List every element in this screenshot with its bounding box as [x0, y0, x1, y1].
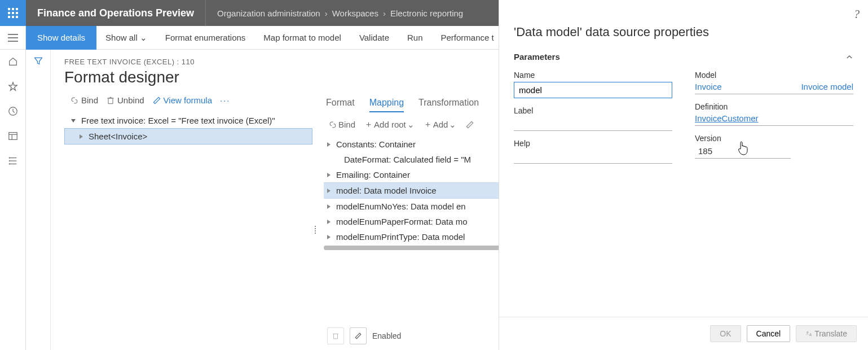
svg-rect-8	[16, 16, 18, 18]
show-details-button[interactable]: Show details	[26, 26, 96, 50]
caret-right-icon	[327, 220, 331, 224]
svg-point-19	[9, 158, 10, 158]
model-label: Model	[695, 71, 853, 80]
delete-icon[interactable]	[327, 327, 344, 344]
app-launcher-icon[interactable]	[0, 0, 26, 26]
label-input[interactable]	[514, 117, 672, 131]
tree-root-item[interactable]: Free text invoice: Excel = "Free text in…	[64, 113, 312, 128]
home-icon[interactable]	[7, 55, 19, 68]
ok-button[interactable]: OK	[710, 325, 741, 342]
caret-down-icon	[71, 119, 76, 123]
chevron-up-icon	[845, 53, 853, 61]
tree-child-item[interactable]: Sheet<Invoice>	[64, 128, 312, 145]
bind-button[interactable]: Bind	[326, 119, 358, 130]
data-source-label: DateFormat: Calculated field = "M	[344, 155, 471, 164]
performance-button[interactable]: Performance t	[432, 26, 503, 50]
breadcrumb-item[interactable]: Electronic reporting	[390, 8, 463, 18]
caret-right-icon	[327, 204, 331, 209]
svg-rect-13	[8, 133, 16, 140]
cancel-button[interactable]: Cancel	[747, 325, 791, 342]
translate-icon	[805, 330, 812, 337]
svg-rect-7	[12, 16, 14, 18]
definition-link[interactable]: InvoiceCustomer	[695, 113, 759, 123]
chevron-down-icon: ⌄	[407, 120, 415, 130]
splitter-handle[interactable]	[312, 226, 318, 234]
breadcrumb: Organization administration › Workspaces…	[206, 8, 474, 18]
label-label: Label	[514, 106, 672, 115]
enabled-label: Enabled	[372, 331, 401, 340]
name-input[interactable]	[514, 82, 672, 98]
svg-point-20	[9, 161, 10, 161]
breadcrumb-item[interactable]: Organization administration	[217, 8, 320, 18]
validate-button[interactable]: Validate	[350, 26, 398, 50]
caret-right-icon	[327, 189, 331, 193]
hamburger-icon[interactable]	[0, 26, 26, 50]
name-label: Name	[514, 71, 672, 80]
translate-button[interactable]: Translate	[796, 325, 857, 342]
help-input[interactable]	[514, 150, 672, 164]
map-format-button[interactable]: Map format to model	[254, 26, 350, 50]
tab-transformations[interactable]: Transformation	[418, 94, 479, 112]
tab-format[interactable]: Format	[326, 94, 355, 112]
caret-right-icon	[327, 142, 331, 147]
breadcrumb-item[interactable]: Workspaces	[332, 8, 378, 18]
svg-rect-2	[16, 8, 18, 10]
svg-rect-22	[108, 98, 113, 104]
app-title: Finance and Operations Preview	[26, 0, 206, 26]
svg-rect-1	[12, 8, 14, 10]
add-root-button[interactable]: ＋Add root⌄	[362, 118, 417, 131]
edit-icon[interactable]	[463, 119, 477, 130]
recent-icon[interactable]	[7, 105, 19, 117]
data-source-label: modelEnumPrintType: Data model	[336, 232, 465, 242]
unbind-button[interactable]: Unbind	[104, 94, 147, 106]
svg-rect-4	[12, 12, 14, 14]
version-label: Version	[695, 134, 853, 143]
definition-label: Definition	[695, 102, 853, 111]
caret-right-icon	[327, 173, 331, 177]
show-all-button[interactable]: Show all⌄	[96, 26, 156, 50]
chevron-down-icon: ⌄	[449, 120, 456, 130]
svg-rect-0	[8, 8, 10, 10]
more-actions-icon[interactable]: ···	[218, 94, 233, 106]
version-value: 185	[695, 145, 791, 159]
format-enumerations-button[interactable]: Format enumerations	[156, 26, 255, 50]
chevron-right-icon: ›	[383, 8, 386, 18]
data-source-label: Emailing: Container	[336, 170, 410, 180]
svg-rect-5	[16, 12, 18, 14]
caret-right-icon	[327, 235, 331, 239]
bind-button[interactable]: Bind	[68, 94, 100, 106]
workspaces-icon[interactable]	[7, 130, 19, 142]
parameters-section-header[interactable]: Parameters	[514, 52, 853, 62]
svg-rect-25	[334, 334, 338, 339]
tree-item-label: Free text invoice: Excel = "Free text in…	[81, 116, 275, 125]
data-source-label: Constants: Container	[336, 139, 416, 149]
svg-point-21	[9, 164, 10, 164]
favorites-icon[interactable]	[7, 80, 19, 93]
chevron-right-icon: ›	[325, 8, 328, 18]
help-label: Help	[514, 139, 672, 148]
panel-title: 'Data model' data source properties	[514, 25, 853, 40]
filter-icon[interactable]	[34, 56, 43, 350]
model-name-link[interactable]: Invoice model	[801, 82, 853, 91]
edit-icon[interactable]	[350, 327, 367, 344]
tab-mapping[interactable]: Mapping	[369, 94, 404, 112]
help-icon[interactable]: ?	[854, 8, 860, 21]
data-source-label: modelEnumPaperFormat: Data mo	[336, 217, 468, 226]
view-formula-button[interactable]: View formula	[150, 94, 214, 106]
run-button[interactable]: Run	[398, 26, 432, 50]
svg-rect-6	[8, 16, 10, 18]
caret-right-icon	[80, 134, 83, 139]
chevron-down-icon: ⌄	[140, 33, 147, 43]
model-value-link[interactable]: Invoice	[695, 82, 722, 91]
properties-panel: 'Data model' data source properties Para…	[499, 0, 868, 350]
data-source-label: modelEnumNoYes: Data model en	[336, 202, 466, 211]
data-source-label: model: Data model Invoice	[336, 186, 437, 195]
tree-item-label: Sheet<Invoice>	[89, 132, 147, 141]
add-button[interactable]: ＋Add⌄	[421, 118, 459, 131]
modules-icon[interactable]	[7, 155, 19, 167]
svg-rect-3	[8, 12, 10, 14]
